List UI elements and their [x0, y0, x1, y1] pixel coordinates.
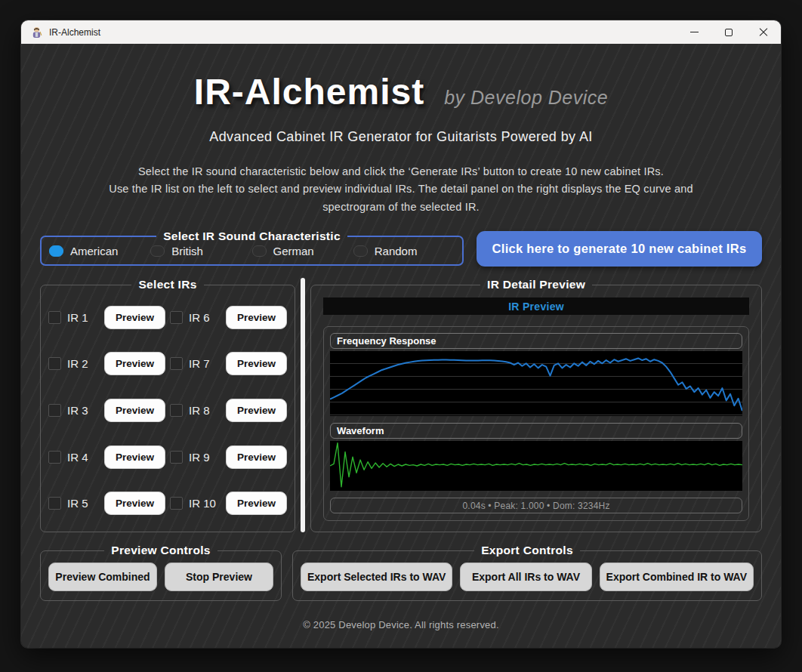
ir-8-label: IR 8 — [189, 404, 220, 417]
characteristic-legend: Select IR Sound Characteristic — [156, 230, 347, 243]
ir-row-1: IR 1 Preview — [48, 306, 165, 329]
minimize-button[interactable] — [677, 20, 711, 44]
export-controls-legend: Export Controls — [474, 544, 580, 557]
radio-american-indicator[interactable] — [49, 245, 63, 257]
maximize-icon — [725, 29, 733, 36]
ir-8-preview-button[interactable]: Preview — [226, 399, 287, 422]
waveform-chart — [330, 441, 742, 491]
ir-3-preview-button[interactable]: Preview — [104, 399, 165, 422]
ir-5-label: IR 5 — [67, 497, 98, 510]
page-title: IR-Alchemist — [194, 71, 424, 113]
description: Select the IR sound characteristic below… — [40, 163, 762, 216]
ir-status-bar: 0.04s • Peak: 1.000 • Dom: 3234Hz — [330, 498, 742, 513]
ir-row-3: IR 3 Preview — [48, 399, 165, 422]
ir-2-checkbox[interactable] — [48, 357, 61, 370]
ir-6-label: IR 6 — [189, 311, 220, 324]
frequency-response-label: Frequency Response — [330, 333, 742, 349]
ir-1-label: IR 1 — [67, 311, 98, 324]
ir-row-7: IR 7 Preview — [170, 352, 287, 375]
export-all-button[interactable]: Export All IRs to WAV — [460, 563, 591, 591]
characteristic-group: Select IR Sound Characteristic American … — [40, 230, 464, 266]
preview-controls-legend: Preview Controls — [104, 544, 217, 557]
ir-3-checkbox[interactable] — [48, 404, 61, 417]
radio-british[interactable]: British — [150, 245, 251, 257]
radio-random[interactable]: Random — [353, 245, 455, 257]
ir-3-label: IR 3 — [67, 404, 98, 417]
ir-detail-legend: IR Detail Preview — [480, 278, 592, 291]
radio-american[interactable]: American — [49, 245, 150, 257]
select-irs-panel: Select IRs IR 1 Preview IR 6 Preview — [40, 278, 295, 532]
ir-6-checkbox[interactable] — [170, 311, 183, 324]
radio-german[interactable]: German — [252, 245, 353, 257]
minimize-icon — [690, 32, 699, 32]
footer-copyright: © 2025 Develop Device. All rights reserv… — [40, 619, 762, 630]
radio-random-indicator[interactable] — [353, 245, 368, 257]
ir-9-preview-button[interactable]: Preview — [226, 445, 287, 469]
app-window: IR-Alchemist IR-Alchemist by Develop Dev… — [21, 20, 781, 648]
ir-row-2: IR 2 Preview — [48, 352, 165, 375]
ir-row-9: IR 9 Preview — [170, 445, 287, 469]
radio-random-label: Random — [375, 245, 418, 257]
generate-irs-button[interactable]: Click here to generate 10 new cabinet IR… — [477, 231, 762, 267]
ir-row-8: IR 8 Preview — [170, 399, 287, 422]
description-line-2: Use the IR list on the left to select an… — [40, 180, 762, 198]
ir-8-checkbox[interactable] — [170, 404, 183, 417]
export-controls-panel: Export Controls Export Selected IRs to W… — [292, 544, 762, 601]
ir-10-preview-button[interactable]: Preview — [226, 492, 287, 515]
close-button[interactable] — [746, 20, 781, 44]
ir-7-label: IR 7 — [189, 357, 220, 370]
app-content: IR-Alchemist by Develop Device Advanced … — [21, 44, 781, 648]
ir-4-checkbox[interactable] — [48, 451, 61, 464]
description-line-1: Select the IR sound characteristic below… — [40, 163, 762, 180]
frequency-response-chart — [330, 351, 742, 416]
ir-1-preview-button[interactable]: Preview — [104, 306, 165, 329]
ir-7-checkbox[interactable] — [170, 357, 183, 370]
ir-preview-banner-text: IR Preview — [508, 301, 564, 313]
ir-2-label: IR 2 — [67, 357, 98, 370]
ir-7-preview-button[interactable]: Preview — [226, 352, 287, 375]
ir-9-checkbox[interactable] — [170, 451, 183, 464]
close-icon — [759, 28, 768, 37]
titlebar: IR-Alchemist — [21, 20, 781, 44]
ir-4-preview-button[interactable]: Preview — [104, 445, 165, 469]
preview-controls-panel: Preview Controls Preview Combined Stop P… — [40, 544, 282, 601]
waveform-label: Waveform — [330, 423, 742, 439]
ir-row-10: IR 10 Preview — [170, 492, 287, 515]
byline: by Develop Device — [444, 87, 608, 109]
ir-4-label: IR 4 — [67, 451, 98, 464]
header: IR-Alchemist by Develop Device Advanced … — [40, 71, 762, 216]
window-title: IR-Alchemist — [49, 27, 100, 38]
ir-10-checkbox[interactable] — [170, 497, 183, 510]
export-combined-button[interactable]: Export Combined IR to WAV — [600, 563, 754, 591]
radio-german-label: German — [273, 245, 314, 257]
ir-2-preview-button[interactable]: Preview — [104, 352, 165, 375]
description-line-3: spectrogram of the selected IR. — [40, 199, 762, 216]
ir-1-checkbox[interactable] — [48, 311, 61, 324]
panel-divider — [301, 278, 305, 532]
ir-row-4: IR 4 Preview — [48, 445, 165, 469]
ir-9-label: IR 9 — [189, 451, 220, 464]
ir-detail-panel: IR Detail Preview IR Preview Frequency R… — [310, 278, 762, 532]
radio-american-label: American — [70, 245, 118, 257]
select-irs-legend: Select IRs — [131, 278, 203, 291]
ir-preview-banner: IR Preview — [323, 297, 749, 315]
stop-preview-button[interactable]: Stop Preview — [165, 563, 273, 591]
app-icon — [30, 26, 43, 39]
ir-10-label: IR 10 — [189, 497, 220, 510]
radio-british-label: British — [171, 245, 203, 257]
chart-group: Frequency Response Waveform 0.04s • Peak… — [323, 326, 749, 521]
ir-6-preview-button[interactable]: Preview — [226, 306, 287, 329]
subtitle: Advanced Cabinet IR Generator for Guitar… — [40, 129, 762, 145]
ir-row-6: IR 6 Preview — [170, 306, 287, 329]
radio-german-indicator[interactable] — [252, 245, 267, 257]
radio-british-indicator[interactable] — [150, 245, 165, 257]
preview-combined-button[interactable]: Preview Combined — [48, 563, 157, 591]
export-selected-button[interactable]: Export Selected IRs to WAV — [301, 563, 452, 591]
ir-5-preview-button[interactable]: Preview — [104, 492, 165, 515]
ir-row-5: IR 5 Preview — [48, 492, 165, 515]
maximize-button[interactable] — [711, 20, 746, 44]
ir-5-checkbox[interactable] — [48, 497, 61, 510]
